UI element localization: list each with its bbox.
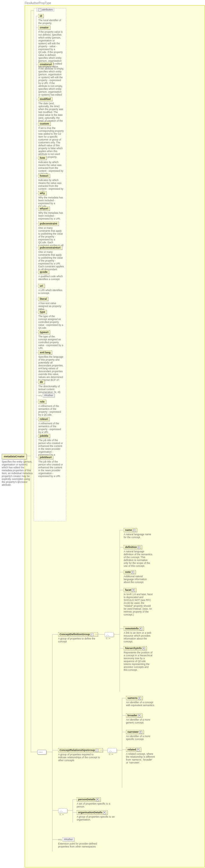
attr-creatoruri: creatoruriIf the attribute is empty, spe…: [38, 62, 65, 99]
elem-narrower: narrower+An identifier of a more specifi…: [126, 730, 164, 741]
elem-sameas: sameAs+An identifier of a concept with e…: [126, 696, 164, 707]
attributes-header: − attributes: [36, 8, 54, 11]
root-element: metadataCreator Specifies the entity (pe…: [2, 454, 34, 486]
root-desc: Specifies the entity (person, organisati…: [2, 460, 34, 486]
attr-xmllang: xml:langSpecifies the language of this p…: [38, 350, 65, 381]
attr-any-other: any ##other: [38, 393, 65, 397]
attr-how: howIndicates by which means the value wa…: [38, 156, 65, 175]
expand-icon[interactable]: +: [138, 546, 140, 549]
attr-pubconstrainturi: pubconstrainturiOne or many constraints …: [38, 246, 65, 274]
root-label: metadataCreator: [2, 454, 27, 459]
expand-icon[interactable]: +: [139, 627, 142, 630]
expand-icon[interactable]: +: [132, 589, 135, 592]
attr-id: idThe local identifier of the property.: [38, 14, 65, 25]
collapse-icon[interactable]: −: [38, 8, 41, 11]
elem-persondetails: personDetails+A set of properties specif…: [77, 797, 129, 808]
expand-icon[interactable]: +: [138, 714, 141, 717]
choice-compositor[interactable]: ⎯◦⎯: [58, 808, 67, 813]
attr-why: whyWhy the metadata has been included - …: [38, 191, 65, 208]
attr-jobtitleuri: jobtitleuriThe job title of the person w…: [38, 455, 65, 477]
elem-remoteinfo: remoteInfo+A link to an item or a web re…: [124, 626, 161, 643]
expand-icon[interactable]: +: [142, 647, 145, 650]
elem-name: name+A natural language name for the con…: [124, 528, 161, 539]
attr-howuri: howuriIndicates by which means the value…: [38, 174, 65, 193]
elem-organisationdetails: organisationDetails+A group of propertie…: [77, 810, 135, 821]
elem-broader: broader+An identifier of a more generic …: [126, 713, 164, 724]
group-concept-definition: ConceptDefinitionGroup− A group of prope…: [58, 632, 105, 643]
attr-custom: customIf set to true the corresponding p…: [38, 122, 65, 158]
attr-role: roleA refinement of the semantics of the…: [38, 400, 65, 416]
expand-icon[interactable]: +: [138, 697, 141, 700]
attr-type: typeThe type of the concept assigned as …: [38, 310, 65, 329]
collapse-icon[interactable]: −: [91, 633, 94, 636]
elem-facet: facet+In NAR 1.8 and later, facet is dep…: [124, 588, 161, 616]
attr-dir: dirThe directionality of textual content…: [38, 380, 65, 394]
attr-uri: uriA URI which identifies a concept.: [38, 284, 65, 294]
diagram-title: FlexAuthorPropType: [25, 1, 51, 5]
attr-creator: creatorIf the property value is not defi…: [38, 26, 65, 68]
elem-related: related+A related concept, where the rel…: [126, 747, 164, 764]
expand-icon[interactable]: +: [103, 811, 106, 814]
expand-icon[interactable]: +: [131, 571, 134, 574]
choice-compositor[interactable]: ⎯◦⎯: [105, 632, 114, 637]
expand-icon[interactable]: +: [139, 731, 142, 734]
any-extension: any ##other Extension point for provider…: [58, 837, 105, 848]
elem-hierarchyinfo: hierarchyInfo+Represents the position of…: [124, 646, 161, 671]
attr-modified: modifiedThe date (and, optionally, the t…: [38, 97, 65, 125]
attr-roleuri: roleuriA refinement of the semantics of …: [38, 417, 65, 434]
attr-literal: literalA free-text value assigned as pro…: [38, 297, 65, 310]
elem-note: note+Additional natural language informa…: [124, 570, 161, 584]
expand-icon[interactable]: +: [133, 529, 136, 532]
attributes-label: attributes: [42, 8, 53, 11]
attr-qcode: qcodeA qualified code which identifies a…: [38, 270, 65, 281]
attr-typeuri: typeuriThe type of the concept assigned …: [38, 330, 65, 349]
collapse-icon[interactable]: −: [96, 749, 98, 752]
elem-definition: definition+A natural language definition…: [124, 545, 161, 567]
expand-icon[interactable]: +: [137, 748, 140, 751]
diagram-canvas: FlexAuthorPropType metadataCreator Speci…: [0, 0, 205, 868]
choice-compositor[interactable]: ⎯◦⎯: [107, 748, 117, 753]
attr-whyuri: whyuriWhy the metadata has been included…: [38, 207, 65, 220]
sequence-compositor[interactable]: •–•–•: [37, 750, 47, 754]
expand-icon[interactable]: +: [96, 798, 99, 801]
